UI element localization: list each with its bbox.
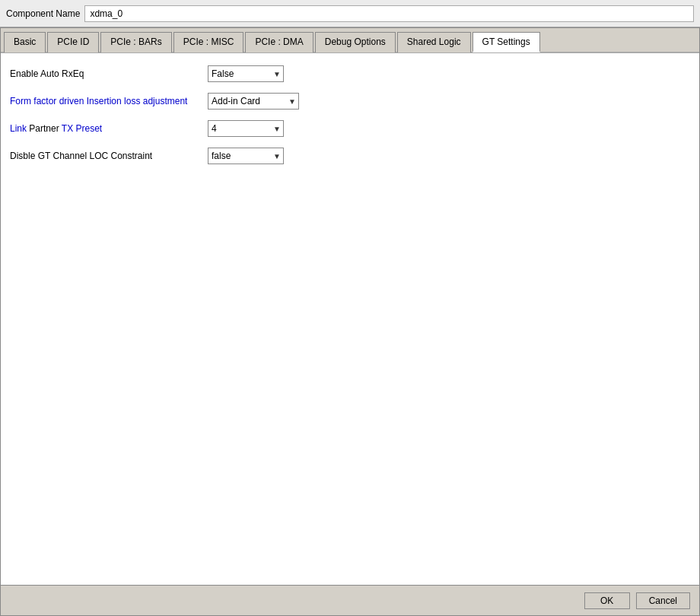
bottom-bar: OK Cancel bbox=[1, 585, 699, 615]
component-name-input[interactable] bbox=[84, 5, 694, 22]
label-enable-auto-rxeq: Enable Auto RxEq bbox=[10, 68, 208, 79]
component-name-label: Component Name bbox=[6, 8, 80, 19]
select-wrapper-enable-auto-rxeq: False True ▼ bbox=[208, 65, 284, 82]
tab-shared-logic[interactable]: Shared Logic bbox=[397, 32, 471, 52]
select-enable-auto-rxeq[interactable]: False True bbox=[208, 65, 284, 82]
tab-gt-settings[interactable]: GT Settings bbox=[473, 32, 540, 52]
select-form-factor[interactable]: Add-in Card SFF M.2 bbox=[208, 93, 299, 110]
tab-pcie-bars[interactable]: PCIe : BARs bbox=[100, 32, 171, 52]
main-container: Component Name Basic PCIe ID PCIe : BARs… bbox=[0, 0, 700, 616]
form-row-link-partner-tx-preset: Link Partner TX Preset 0 1 2 3 4 5 6 7 8 bbox=[10, 120, 690, 137]
form-row-enable-auto-rxeq: Enable Auto RxEq False True ▼ bbox=[10, 65, 690, 82]
select-disable-gt-channel-loc[interactable]: false true bbox=[208, 148, 284, 164]
tab-debug-options[interactable]: Debug Options bbox=[315, 32, 396, 52]
label-disable-gt-channel-loc: Disble GT Channel LOC Constraint bbox=[10, 151, 208, 161]
tab-basic[interactable]: Basic bbox=[4, 32, 46, 52]
form-row-form-factor: Form factor driven Insertion loss adjust… bbox=[10, 93, 690, 110]
tab-content-gt-settings: Enable Auto RxEq False True ▼ Form facto… bbox=[1, 53, 699, 332]
tabs-bar: Basic PCIe ID PCIe : BARs PCIe : MISC PC… bbox=[1, 28, 699, 53]
content-spacer bbox=[1, 332, 699, 586]
select-wrapper-link-partner-tx-preset: 0 1 2 3 4 5 6 7 8 9 10 ▼ bbox=[208, 120, 284, 137]
tab-pcie-id[interactable]: PCIe ID bbox=[47, 32, 99, 52]
dialog-body: Basic PCIe ID PCIe : BARs PCIe : MISC PC… bbox=[0, 27, 700, 616]
component-name-bar: Component Name bbox=[0, 0, 700, 27]
ok-button[interactable]: OK bbox=[584, 592, 630, 609]
tab-pcie-dma[interactable]: PCIe : DMA bbox=[245, 32, 313, 52]
cancel-button[interactable]: Cancel bbox=[636, 592, 690, 609]
select-link-partner-tx-preset[interactable]: 0 1 2 3 4 5 6 7 8 9 10 bbox=[208, 120, 284, 137]
label-form-factor: Form factor driven Insertion loss adjust… bbox=[10, 96, 208, 106]
select-wrapper-disable-gt-channel-loc: false true ▼ bbox=[208, 148, 284, 164]
form-row-disable-gt-channel-loc: Disble GT Channel LOC Constraint false t… bbox=[10, 148, 690, 164]
tab-pcie-misc[interactable]: PCIe : MISC bbox=[173, 32, 244, 52]
label-link-partner-tx-preset: Link Partner TX Preset bbox=[10, 123, 208, 134]
select-wrapper-form-factor: Add-in Card SFF M.2 ▼ bbox=[208, 93, 299, 110]
